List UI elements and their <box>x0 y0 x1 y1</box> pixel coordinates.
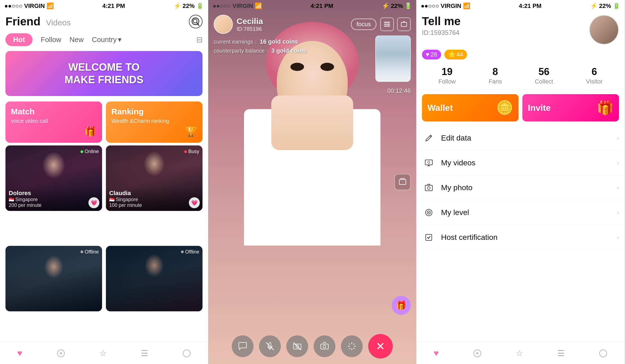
camera-off-button[interactable] <box>286 335 308 357</box>
svg-line-27 <box>430 136 431 137</box>
match-card[interactable]: Match voice video call 🎁 <box>5 102 102 143</box>
user-face-3 <box>106 246 203 311</box>
svg-point-33 <box>427 187 430 189</box>
status-bar-2: ●●○○○ VIRGIN 📶 4:21 PM ⚡ 22% 🔋 <box>208 0 416 12</box>
heart-button-1[interactable]: 💗 <box>189 197 200 208</box>
user-card-0[interactable]: Online Dolores 🇸🇬 Singapore 200 per minu… <box>5 145 102 211</box>
nav-heart-1[interactable]: ♥ <box>17 348 22 358</box>
flip-camera-button[interactable] <box>314 335 335 357</box>
stat-collect[interactable]: 56 Collect <box>535 66 553 85</box>
mini-person <box>376 36 410 81</box>
menu-my-videos[interactable]: My videos › <box>416 151 624 175</box>
caller-info: Cecilia ID:785196 <box>237 17 347 32</box>
user-card-1[interactable]: Busy Claudia 🇸🇬 Singapore 100 per minute… <box>106 145 203 211</box>
match-icon: 🎁 <box>84 126 97 137</box>
side-buttons <box>394 174 411 190</box>
gift-button[interactable]: 🎁 <box>392 296 411 315</box>
svg-point-31 <box>428 161 430 163</box>
mic-off-icon <box>265 341 275 351</box>
eye-right <box>320 63 334 71</box>
svg-rect-17 <box>321 344 328 349</box>
status-badge-0: Online <box>81 149 99 154</box>
nav-star-3[interactable]: ☆ <box>516 348 523 358</box>
wallet-label: Wallet <box>427 103 453 113</box>
heart-button-0[interactable]: 💗 <box>88 197 99 208</box>
screenshot-side-btn[interactable] <box>394 174 411 190</box>
chevron-down-icon: ▾ <box>118 35 121 44</box>
status-bar-3: ●●○○○ VIRGIN 📶 4:21 PM ⚡ 22% 🔋 <box>416 0 624 12</box>
menu-host-certification[interactable]: Host certification › <box>416 225 624 250</box>
svg-line-26 <box>349 348 350 349</box>
camera-off-icon <box>292 341 302 351</box>
profile-panel: ●●○○○ VIRGIN 📶 4:21 PM ⚡ 22% 🔋 Tell me I… <box>416 0 625 364</box>
svg-line-24 <box>353 348 355 349</box>
svg-rect-5 <box>384 22 390 23</box>
compass-icon-3 <box>473 349 482 358</box>
screenshot-button[interactable] <box>397 17 411 31</box>
wifi-icon: 📶 <box>46 2 54 10</box>
heart-badge-icon: ♥ <box>426 51 429 58</box>
stat-fans[interactable]: 8 Fans <box>489 66 502 85</box>
nav-compass-3[interactable] <box>473 349 482 358</box>
nav-heart-3[interactable]: ♥ <box>434 348 439 358</box>
search-button[interactable] <box>189 15 203 28</box>
stat-visitor[interactable]: 6 Visitor <box>586 66 603 85</box>
eye-left <box>290 63 304 71</box>
nav-chat-3[interactable] <box>599 349 608 358</box>
status-right: ⚡ 22% 🔋 <box>174 2 204 10</box>
host-cert-label: Host certification <box>441 233 611 242</box>
menu-button[interactable] <box>380 17 394 31</box>
stat-follow[interactable]: 19 Follow <box>438 66 456 85</box>
banner[interactable]: WELCOME TO MAKE FRIENDS <box>5 51 203 96</box>
pencil-icon <box>425 134 433 142</box>
nav-list-3[interactable]: ☰ <box>557 348 565 358</box>
status-badge-2: Offline <box>81 249 99 255</box>
profile-id: ID:15935764 <box>422 29 461 37</box>
nav-chat-1[interactable] <box>182 349 191 358</box>
friend-title: Friend <box>5 15 40 28</box>
caller-avatar <box>214 15 233 34</box>
edit-data-label: Edit data <box>441 134 611 142</box>
invite-button[interactable]: Invite 🎁 <box>522 94 619 121</box>
ranking-card[interactable]: Ranking Wealth &Charm ranking 🏆 <box>106 102 203 143</box>
chat-button[interactable] <box>232 335 254 357</box>
status-bar-1: ●●○○○ VIRGIN 📶 4:21 PM ⚡ 22% 🔋 <box>0 0 208 12</box>
menu-my-photo[interactable]: My photo › <box>416 175 624 200</box>
nav-compass-1[interactable] <box>56 349 65 358</box>
invite-icon: 🎁 <box>597 100 614 116</box>
wallet-button[interactable]: Wallet 🪙 <box>422 94 519 121</box>
focus-button[interactable]: focus <box>351 19 376 30</box>
effects-button[interactable] <box>341 335 363 357</box>
title-area: Friend Videos <box>5 15 71 28</box>
user-name-0: Dolores <box>9 190 99 197</box>
svg-rect-37 <box>426 234 432 240</box>
earnings-panel: current earnings： 16 gold coins counterp… <box>214 38 306 56</box>
level-icon <box>425 208 433 217</box>
profile-avatar[interactable] <box>589 15 619 45</box>
signal-dots: ●●○○○ <box>4 2 22 10</box>
status-right-2: ⚡ 22% 🔋 <box>382 2 412 10</box>
tab-new[interactable]: New <box>69 35 84 44</box>
chat-icon <box>182 349 191 358</box>
user-card-3[interactable]: Offline <box>106 246 203 311</box>
nav-list-1[interactable]: ☰ <box>141 348 148 358</box>
end-call-button[interactable]: ✕ <box>368 334 393 359</box>
videos-subtitle: Videos <box>46 18 71 27</box>
tab-follow[interactable]: Follow <box>41 35 61 44</box>
profile-header: Tell me ID:15935764 <box>416 12 624 47</box>
user-card-2[interactable]: Offline <box>5 246 102 311</box>
menu-edit-data[interactable]: Edit data › <box>416 126 624 151</box>
current-earnings-row: current earnings： 16 gold coins <box>214 38 306 46</box>
battery-icon-2: 🔋 <box>404 2 412 10</box>
tab-country[interactable]: Country ▾ <box>92 35 121 44</box>
filter-icon[interactable]: ⊟ <box>196 35 203 44</box>
menu-my-level[interactable]: My level › <box>416 200 624 225</box>
tab-hot[interactable]: Hot <box>5 33 32 46</box>
list-nav-icon-3: ☰ <box>557 348 565 358</box>
mic-off-button[interactable] <box>259 335 281 357</box>
user-grid: Online Dolores 🇸🇬 Singapore 200 per minu… <box>0 145 208 342</box>
status-left: ●●○○○ VIRGIN 📶 <box>4 2 54 10</box>
my-photo-icon <box>422 181 436 195</box>
nav-star-1[interactable]: ☆ <box>99 348 107 358</box>
status-dot-2 <box>81 250 83 253</box>
